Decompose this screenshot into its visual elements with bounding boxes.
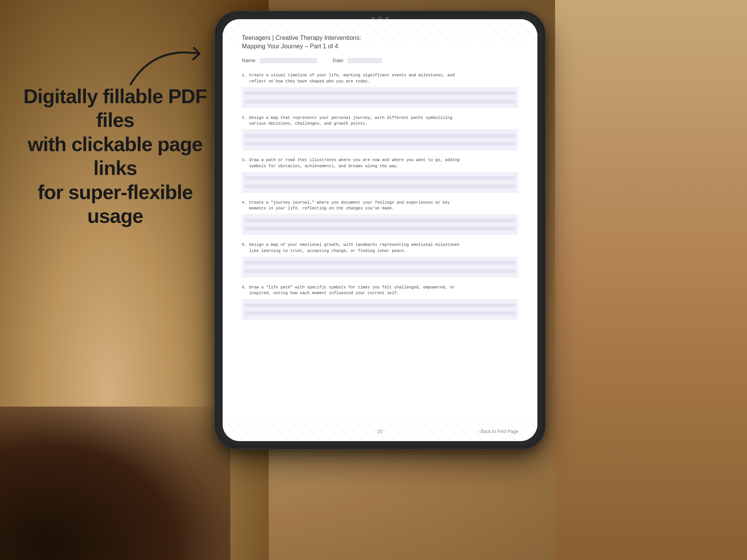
- question-5-text: 5. Design a map of your emotional growth…: [242, 242, 518, 254]
- ans-line: [245, 269, 515, 273]
- question-1-text: 1. Create a visual timeline of your life…: [242, 72, 518, 85]
- ans-line: [245, 100, 515, 104]
- question-2: 2. Design a map that represents your per…: [242, 115, 518, 151]
- question-4-text: 4. Create a "journey journal," where you…: [242, 200, 518, 212]
- name-input-line[interactable]: [259, 58, 317, 63]
- answer-box-6[interactable]: [242, 299, 518, 320]
- ans-line: [245, 142, 515, 146]
- ans-line: [245, 91, 515, 95]
- promo-line2: with clickable page links: [28, 133, 203, 179]
- answer-box-1[interactable]: [242, 87, 518, 108]
- date-field[interactable]: Date:: [332, 58, 382, 63]
- pdf-title-sub: Mapping Your Journey – Part 1 of 4: [242, 43, 518, 50]
- pdf-watermark-top: [223, 19, 537, 42]
- background-right: [555, 0, 747, 560]
- answer-box-3[interactable]: [242, 172, 518, 193]
- date-input-line[interactable]: [347, 58, 382, 63]
- question-5: 5. Design a map of your emotional growth…: [242, 242, 518, 278]
- name-field[interactable]: Name:: [242, 58, 317, 63]
- question-6: 6. Draw a "life path" with specific symb…: [242, 285, 518, 320]
- answer-box-4[interactable]: [242, 214, 518, 235]
- pdf-document: Teenagers | Creative Therapy Interventio…: [223, 19, 537, 441]
- back-to-first-page-link[interactable]: ↑ Back to First Page: [477, 429, 518, 434]
- promo-text-block: Digitally fillable PDF files with clicka…: [23, 84, 207, 228]
- promo-line1: Digitally fillable PDF files: [23, 85, 207, 131]
- pdf-fields-row: Name: Date:: [242, 58, 518, 63]
- ans-line: [245, 176, 515, 180]
- tablet-screen: Teenagers | Creative Therapy Interventio…: [223, 19, 537, 441]
- question-2-text: 2. Design a map that represents your per…: [242, 115, 518, 127]
- question-6-text: 6. Draw a "life path" with specific symb…: [242, 285, 518, 297]
- promo-line3: for super-flexible usage: [38, 181, 193, 227]
- question-3-text: 3. Draw a path or road that illustrates …: [242, 157, 518, 170]
- ans-line: [245, 134, 515, 138]
- date-label: Date:: [332, 58, 344, 63]
- ans-line: [245, 184, 515, 188]
- question-3: 3. Draw a path or road that illustrates …: [242, 157, 518, 193]
- question-4: 4. Create a "journey journal," where you…: [242, 200, 518, 236]
- background-dark-bottom: [0, 407, 230, 560]
- answer-box-2[interactable]: [242, 129, 518, 150]
- ans-line: [245, 303, 515, 307]
- question-1: 1. Create a visual timeline of your life…: [242, 72, 518, 108]
- pdf-footer: 20 ↑ Back to First Page: [242, 429, 518, 434]
- answer-box-5[interactable]: [242, 257, 518, 278]
- tablet-frame: Teenagers | Creative Therapy Interventio…: [215, 12, 545, 449]
- ans-line: [245, 311, 515, 315]
- name-label: Name:: [242, 58, 256, 63]
- ans-line: [245, 219, 515, 222]
- ans-line: [245, 261, 515, 265]
- tablet-device: Teenagers | Creative Therapy Interventio…: [215, 12, 545, 449]
- pdf-page-number: 20: [334, 429, 426, 434]
- ans-line: [245, 227, 515, 231]
